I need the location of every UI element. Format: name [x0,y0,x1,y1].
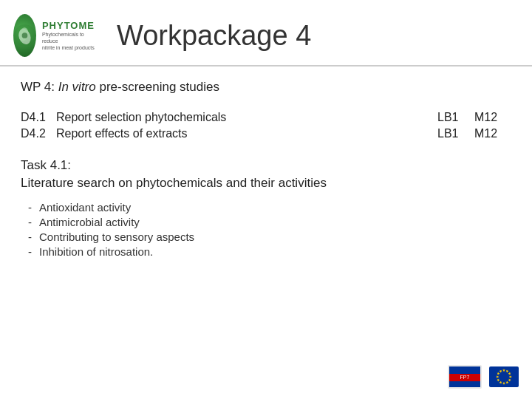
deliverable-d41-code: D4.1 [21,111,56,124]
deliverable-row: D4.1 Report selection phytochemicals LB1… [21,111,511,124]
wp-subtitle-suffix: pre-screening studies [96,80,219,94]
bullet-list: - Antioxidant activity - Antimicrobial a… [21,201,511,258]
bullet-text: Contributing to sensory aspects [39,231,194,243]
bullet-dash-icon: - [28,245,32,258]
phytome-logo-icon [13,24,36,47]
deliverable-d41-desc: Report selection phytochemicals [56,111,437,124]
bullet-dash-icon: - [28,201,32,214]
logo-subtitle-line1: Phytochemicals to reduce [42,31,95,44]
content-area: WP 4: In vitro pre-screening studies D4.… [0,80,532,258]
page-title: Workpackage 4 [117,20,311,52]
deliverable-row: D4.2 Report effects of extracts LB1 M12 [21,127,511,140]
footer-logos: FP7 [448,365,519,389]
svg-point-3 [22,33,28,38]
wp-subtitle-italic: In vitro [58,80,96,94]
logo-circle [13,14,36,57]
task-heading: Task 4.1: [21,158,511,173]
logo-text-group: PHYTOME Phytochemicals to reduce nitrite… [42,20,95,51]
task-description: Literature search on phytochemicals and … [21,176,511,191]
logo-brand: PHYTOME [42,20,95,31]
deliverable-d42-desc: Report effects of extracts [56,127,437,140]
bullet-dash-icon: - [28,216,32,228]
list-item: - Antioxidant activity [28,201,511,214]
wp-subtitle-prefix: WP 4: [21,80,58,94]
svg-rect-5 [449,366,480,374]
wp-subtitle: WP 4: In vitro pre-screening studies [21,80,511,95]
bullet-text: Antioxidant activity [39,201,131,214]
deliverables-table: D4.1 Report selection phytochemicals LB1… [21,111,511,140]
eu-flag-icon [489,366,519,387]
bullet-text: Antimicrobial activity [39,216,140,228]
partner-logo-icon: FP7 [448,365,482,389]
deliverable-d41-lb: LB1 [437,111,474,124]
logo-subtitle-line2: nitrite in meat products [42,44,95,51]
list-item: - Inhibition of nitrosation. [28,245,511,258]
deliverable-d41-milestone: M12 [474,111,511,124]
logo-area: PHYTOME Phytochemicals to reduce nitrite… [13,13,95,58]
list-item: - Contributing to sensory aspects [28,231,511,243]
header: PHYTOME Phytochemicals to reduce nitrite… [0,0,532,66]
deliverable-d42-milestone: M12 [474,127,511,140]
deliverable-d42-lb: LB1 [437,127,474,140]
deliverable-d42-code: D4.2 [21,127,56,140]
bullet-dash-icon: - [28,231,32,243]
svg-text:FP7: FP7 [460,375,470,380]
svg-rect-7 [449,381,480,387]
list-item: - Antimicrobial activity [28,216,511,228]
bullet-text: Inhibition of nitrosation. [39,245,153,258]
